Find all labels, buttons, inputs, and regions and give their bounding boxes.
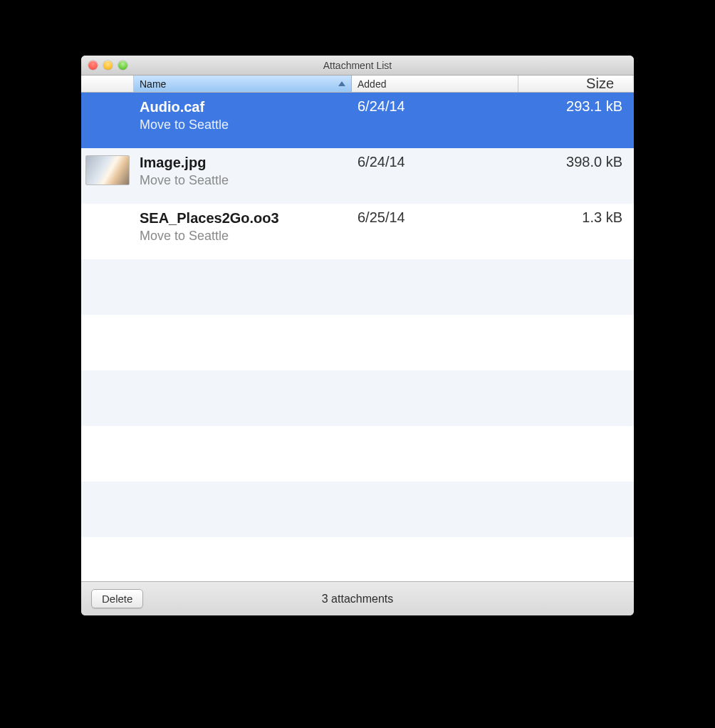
row-filename: SEA_Places2Go.oo3 — [140, 209, 346, 227]
footer: Delete 3 attachments — [81, 581, 634, 615]
table-row-empty — [81, 259, 634, 315]
zoom-icon[interactable] — [118, 61, 127, 70]
close-icon[interactable] — [88, 61, 98, 70]
row-thumbnail — [81, 93, 134, 148]
table-row-empty — [81, 537, 634, 581]
table-row[interactable]: Audio.caf Move to Seattle 6/24/14 293.1 … — [81, 93, 634, 148]
row-subtitle: Move to Seattle — [140, 227, 346, 246]
column-name-label: Name — [140, 78, 166, 90]
table-row-empty — [81, 426, 634, 482]
row-added: 6/24/14 — [352, 148, 518, 204]
delete-button[interactable]: Delete — [91, 589, 143, 608]
image-thumbnail-icon — [85, 155, 130, 185]
traffic-lights — [81, 61, 127, 70]
column-headers: Name Added Size — [81, 76, 634, 93]
row-added: 6/24/14 — [352, 93, 518, 148]
column-size-label: Size — [586, 76, 614, 92]
row-filename: Image.jpg — [140, 154, 346, 171]
row-subtitle: Move to Seattle — [140, 115, 346, 135]
attachment-list-window: Attachment List Name Added Size Audio.ca… — [81, 56, 634, 615]
minimize-icon[interactable] — [103, 61, 113, 70]
column-added-label: Added — [358, 78, 386, 90]
column-added[interactable]: Added — [352, 76, 518, 92]
row-thumbnail — [81, 204, 134, 259]
window-title: Attachment List — [81, 60, 634, 71]
sort-ascending-icon — [338, 81, 345, 86]
row-size: 398.0 kB — [518, 148, 632, 204]
row-thumbnail — [81, 148, 134, 204]
row-size: 1.3 kB — [518, 204, 632, 259]
status-text: 3 attachments — [81, 593, 634, 605]
row-subtitle: Move to Seattle — [140, 171, 346, 190]
table-row[interactable]: Image.jpg Move to Seattle 6/24/14 398.0 … — [81, 148, 634, 204]
column-icon[interactable] — [81, 76, 134, 92]
table-row-empty — [81, 482, 634, 537]
row-added: 6/25/14 — [352, 204, 518, 259]
attachment-list: Audio.caf Move to Seattle 6/24/14 293.1 … — [81, 93, 634, 581]
table-row-empty — [81, 370, 634, 426]
column-size[interactable]: Size — [518, 76, 632, 92]
row-size: 293.1 kB — [518, 93, 632, 148]
table-row[interactable]: SEA_Places2Go.oo3 Move to Seattle 6/25/1… — [81, 204, 634, 259]
column-name[interactable]: Name — [134, 76, 352, 92]
row-filename: Audio.caf — [140, 98, 346, 115]
titlebar[interactable]: Attachment List — [81, 56, 634, 76]
table-row-empty — [81, 315, 634, 370]
